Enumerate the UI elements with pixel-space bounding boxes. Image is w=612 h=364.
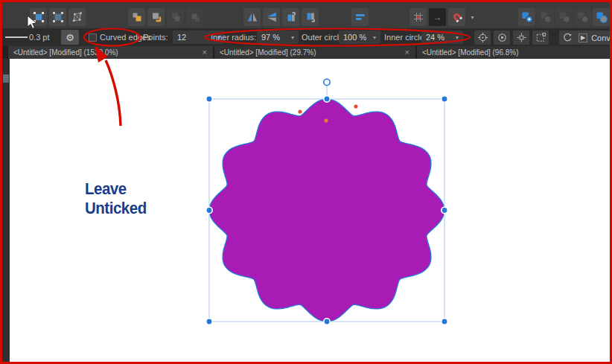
tools-panel-edge bbox=[2, 59, 10, 362]
pixel-grid-select-icon[interactable] bbox=[30, 8, 47, 26]
chevron-down-icon: ▾ bbox=[456, 34, 459, 41]
document-tab-bar: <Untitled> [Modified] (1530.0%) × <Untit… bbox=[2, 46, 610, 59]
toolbar-group-geometry bbox=[518, 8, 610, 26]
chevron-down-icon: ▾ bbox=[373, 34, 376, 41]
tool-icon-partial bbox=[3, 74, 9, 83]
flip-vertical-icon[interactable] bbox=[263, 8, 280, 26]
rotate-counterclockwise-icon[interactable] bbox=[282, 8, 299, 26]
move-by-whole-pixels-icon[interactable]: → bbox=[429, 8, 446, 26]
geometry-intersect-icon[interactable] bbox=[555, 8, 573, 26]
stroke-width-slider[interactable] bbox=[5, 36, 28, 38]
align-icon[interactable] bbox=[351, 8, 369, 26]
outer-circle-combo[interactable]: 100 % ▾ bbox=[339, 31, 380, 44]
main-toolbar: → ▾ bbox=[2, 2, 610, 28]
snapping-magnet-icon[interactable] bbox=[448, 8, 465, 26]
rotate-clockwise-icon[interactable] bbox=[302, 8, 319, 26]
flip-horizontal-icon[interactable] bbox=[243, 8, 261, 26]
chevron-down-icon: ▾ bbox=[291, 34, 294, 41]
close-icon[interactable]: × bbox=[405, 46, 409, 59]
convert-to-curves-button[interactable]: ▶ Convert to bbox=[575, 31, 612, 45]
gear-icon[interactable]: ⚙ bbox=[61, 30, 79, 45]
toolbar-group-arrange bbox=[128, 8, 203, 26]
app-window: → ▾ bbox=[0, 0, 612, 364]
geometry-divide-icon[interactable] bbox=[574, 8, 591, 26]
move-forward-one-icon[interactable] bbox=[147, 8, 165, 26]
tab-document-1[interactable]: <Untitled> [Modified] (1530.0%) × bbox=[7, 46, 213, 59]
move-backward-one-icon[interactable] bbox=[167, 8, 184, 26]
move-to-front-icon[interactable] bbox=[128, 8, 145, 26]
inner-radius-label: Inner radius: bbox=[211, 33, 256, 42]
points-label: Points: bbox=[143, 33, 168, 42]
tab-document-2[interactable]: <Untitled> [Modified] (29.7%) × bbox=[214, 46, 415, 59]
snapping-options-caret[interactable]: ▾ bbox=[468, 8, 477, 26]
free-transform-icon[interactable] bbox=[68, 8, 86, 26]
geometry-add-icon[interactable] bbox=[518, 8, 535, 26]
inner-circle-label: Inner circle: bbox=[384, 33, 427, 42]
stroke-width-value[interactable]: 0.3 pt bbox=[29, 33, 50, 42]
transform-origin-icon[interactable] bbox=[474, 31, 491, 45]
toolbar-group-flip-rotate bbox=[243, 8, 319, 26]
inner-radius-combo[interactable]: 97 % ▾ bbox=[257, 31, 299, 44]
toolbar-group-selection-mode bbox=[30, 8, 86, 26]
context-toolbar: 0.3 pt ⚙ Curved edges Points: 12 ▾ Inner… bbox=[2, 28, 610, 46]
geometry-subtract-icon[interactable] bbox=[537, 8, 554, 26]
callout-text: Leave Unticked bbox=[85, 179, 147, 218]
play-icon: ▶ bbox=[578, 33, 587, 42]
toolbar-group-snapping: → ▾ bbox=[409, 8, 477, 26]
curved-edges-checkbox[interactable] bbox=[89, 33, 97, 42]
hide-selection-icon[interactable] bbox=[494, 31, 510, 45]
rotation-icon[interactable] bbox=[559, 31, 576, 45]
move-to-back-icon[interactable] bbox=[186, 8, 203, 26]
transform-separately-icon[interactable] bbox=[532, 31, 549, 45]
snap-grid-icon[interactable] bbox=[409, 8, 427, 26]
toolbar-group-align bbox=[351, 8, 369, 26]
close-icon[interactable]: × bbox=[203, 46, 207, 59]
tab-document-3[interactable]: <Untitled> [Modified] (96.8%) bbox=[416, 46, 610, 59]
document-canvas[interactable]: Leave Unticked bbox=[2, 59, 610, 362]
inner-circle-combo[interactable]: 24 % ▾ bbox=[421, 31, 463, 44]
geometry-combine-icon[interactable] bbox=[593, 8, 610, 26]
node-grid-select-icon[interactable] bbox=[49, 8, 66, 26]
show-handles-icon[interactable] bbox=[513, 31, 529, 45]
